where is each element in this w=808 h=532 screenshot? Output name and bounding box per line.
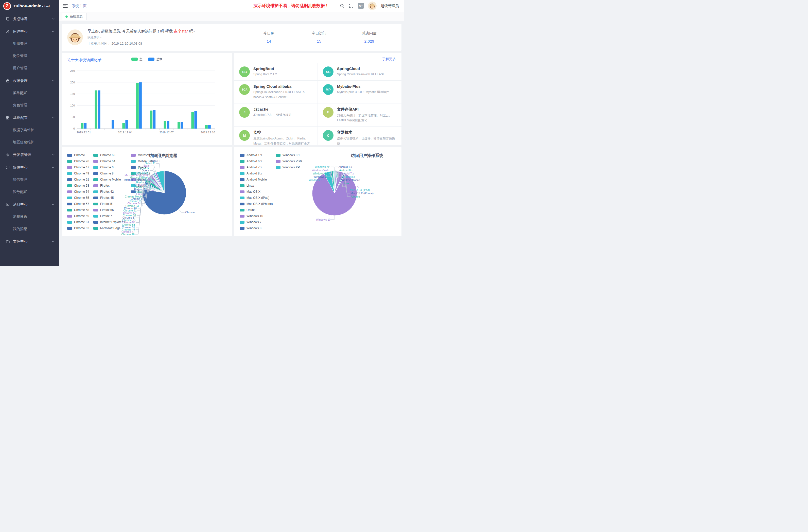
legend-总数[interactable]: 总数 xyxy=(148,57,162,61)
pie-slice-Mac OS X (iPhone)[interactable] xyxy=(334,173,345,193)
sidebar-subitem-短信管理[interactable]: 短信管理 xyxy=(0,174,59,186)
legend-Android Mobile[interactable]: Android Mobile xyxy=(240,177,276,183)
bar-您[interactable] xyxy=(191,112,194,129)
legend-Windows 8[interactable]: Windows 8 xyxy=(240,225,276,231)
legend-Opera 12[interactable]: Opera 12 xyxy=(131,170,161,177)
pie-slice-Windows 10[interactable] xyxy=(312,173,357,216)
legend-Firefox 42[interactable]: Firefox 42 xyxy=(93,189,131,195)
sidebar-subitem-菜单配置[interactable]: 菜单配置 xyxy=(0,87,59,99)
legend-Chrome 58[interactable]: Chrome 58 xyxy=(67,207,93,213)
search-icon[interactable] xyxy=(339,3,345,8)
pie-slice-Windows 8.1[interactable] xyxy=(331,171,334,193)
legend-Chrome 26[interactable]: Chrome 26 xyxy=(67,158,93,164)
legend-Safari[interactable]: Safari xyxy=(131,177,161,183)
sidebar-item-务必详看[interactable]: 务必详看 xyxy=(0,13,59,25)
legend-Chrome Mobile[interactable]: Chrome Mobile xyxy=(93,177,131,183)
legend-Ubuntu[interactable]: Ubuntu xyxy=(240,207,276,213)
sidebar-subitem-账号配置[interactable]: 账号配置 xyxy=(0,186,59,198)
sidebar-item-基础配置[interactable]: 基础配置 xyxy=(0,111,59,124)
legend-Chrome 64[interactable]: Chrome 64 xyxy=(93,158,131,164)
pie-slice-Android 6.x[interactable] xyxy=(334,171,335,193)
bar-总数[interactable] xyxy=(208,125,211,129)
legend-Android 1.x[interactable]: Android 1.x xyxy=(240,152,276,158)
fullscreen-icon[interactable] xyxy=(349,3,354,8)
legend-Chrome 47[interactable]: Chrome 47 xyxy=(67,164,93,170)
legend-Windows Vista[interactable]: Windows Vista xyxy=(276,158,304,164)
pie-slice-Android Mobile[interactable] xyxy=(334,171,338,193)
legend-Chrome 55[interactable]: Chrome 55 xyxy=(67,195,93,201)
bar-总数[interactable] xyxy=(167,121,169,129)
legend-Safari 11[interactable]: Safari 11 xyxy=(131,183,161,189)
sidebar-subitem-消息推送[interactable]: 消息推送 xyxy=(0,211,59,223)
sidebar-item-短信中心[interactable]: 短信中心 xyxy=(0,161,59,174)
bar-您[interactable] xyxy=(136,83,139,129)
pie-slice-Safari 9[interactable] xyxy=(164,171,164,193)
legend-Mac OS X (iPhone)[interactable]: Mac OS X (iPhone) xyxy=(240,201,276,207)
sidebar-item-开发者管理[interactable]: 开发者管理 xyxy=(0,148,59,161)
menu-collapse-icon[interactable] xyxy=(63,4,68,8)
font-size-icon[interactable]: A+ xyxy=(358,3,364,8)
pie-slice-Linux[interactable] xyxy=(334,171,338,193)
bar-总数[interactable] xyxy=(153,110,155,129)
sidebar-subitem-地区信息维护[interactable]: 地区信息维护 xyxy=(0,136,59,148)
legend-Windows 8.1[interactable]: Windows 8.1 xyxy=(276,152,304,158)
legend-Internet Explorer 11[interactable]: Internet Explorer 11 xyxy=(93,219,131,225)
legend-Safari 9[interactable]: Safari 9 xyxy=(131,189,161,195)
bar-您[interactable] xyxy=(95,91,97,129)
breadcrumb[interactable]: 系统主页 xyxy=(72,3,87,8)
pie-slice-Mac OS X (iPad)[interactable] xyxy=(334,173,344,193)
legend-Chrome 54[interactable]: Chrome 54 xyxy=(67,189,93,195)
bar-您[interactable] xyxy=(164,121,166,129)
bar-总数[interactable] xyxy=(112,120,114,129)
legend-Firefox 51[interactable]: Firefox 51 xyxy=(93,201,131,207)
legend-Opera[interactable]: Opera xyxy=(131,164,161,170)
legend-Chrome 57[interactable]: Chrome 57 xyxy=(67,201,93,207)
pie-slice-Windows 7[interactable] xyxy=(324,171,334,193)
legend-Windows 7[interactable]: Windows 7 xyxy=(240,219,276,225)
bar-您[interactable] xyxy=(122,123,125,129)
sidebar-subitem-用户管理[interactable]: 用户管理 xyxy=(0,62,59,74)
legend-Firefox[interactable]: Firefox xyxy=(93,183,131,189)
username[interactable]: 超级管理员 xyxy=(381,3,399,8)
legend-Microsoft Edge[interactable]: Microsoft Edge xyxy=(93,225,131,231)
bar-总数[interactable] xyxy=(139,82,142,129)
bar-您[interactable] xyxy=(81,123,84,129)
learn-more-link[interactable]: 了解更多 xyxy=(382,57,396,61)
legend-Firefox 56[interactable]: Firefox 56 xyxy=(93,207,131,213)
pie-slice-Ubuntu[interactable] xyxy=(334,173,345,193)
legend-Firefox 7[interactable]: Firefox 7 xyxy=(93,213,131,219)
legend-Chrome 62[interactable]: Chrome 62 xyxy=(67,225,93,231)
legend-Chrome 8[interactable]: Chrome 8 xyxy=(93,170,131,177)
bar-总数[interactable] xyxy=(98,91,100,129)
bar-总数[interactable] xyxy=(181,122,183,129)
legend-Microsoft Edge (16)[interactable]: Microsoft Edge (16) xyxy=(131,152,161,158)
legend-Windows XP[interactable]: Windows XP xyxy=(276,164,304,170)
legend-Chrome 63[interactable]: Chrome 63 xyxy=(93,152,131,158)
legend-Mobile Safari[interactable]: Mobile Safari xyxy=(131,158,161,164)
bar-总数[interactable] xyxy=(194,111,197,129)
legend-Linux[interactable]: Linux xyxy=(240,183,276,189)
pie-slice-Mac OS X[interactable] xyxy=(334,171,344,193)
bar-总数[interactable] xyxy=(84,123,87,129)
legend-Chrome 49[interactable]: Chrome 49 xyxy=(67,170,93,177)
pie-slice-Android 7.x[interactable] xyxy=(334,171,337,193)
legend-Chrome 65[interactable]: Chrome 65 xyxy=(93,164,131,170)
legend-Chrome[interactable]: Chrome xyxy=(67,152,93,158)
sidebar-subitem-角色管理[interactable]: 角色管理 xyxy=(0,99,59,111)
legend-Android 6.x[interactable]: Android 6.x xyxy=(240,158,276,164)
legend-Chrome 53[interactable]: Chrome 53 xyxy=(67,183,93,189)
bar-您[interactable] xyxy=(205,125,208,129)
legend-Android 7.x[interactable]: Android 7.x xyxy=(240,164,276,170)
sidebar-item-权限管理[interactable]: 权限管理 xyxy=(0,74,59,87)
pie-slice-Android 8.x[interactable] xyxy=(334,171,337,193)
sidebar-item-消息中心[interactable]: 消息中心 xyxy=(0,198,59,211)
legend-Windows 10[interactable]: Windows 10 xyxy=(240,213,276,219)
legend-Android 8.x[interactable]: Android 8.x xyxy=(240,170,276,177)
star-link[interactable]: 点个star xyxy=(174,29,188,33)
sidebar-subitem-组织管理[interactable]: 组织管理 xyxy=(0,38,59,50)
pie-slice-Windows 8[interactable] xyxy=(331,171,334,193)
legend-Mac OS X[interactable]: Mac OS X xyxy=(240,189,276,195)
legend-您[interactable]: 您 xyxy=(131,57,143,61)
tab-home[interactable]: 系统主页 xyxy=(62,13,87,20)
sidebar-subitem-岗位管理[interactable]: 岗位管理 xyxy=(0,50,59,62)
